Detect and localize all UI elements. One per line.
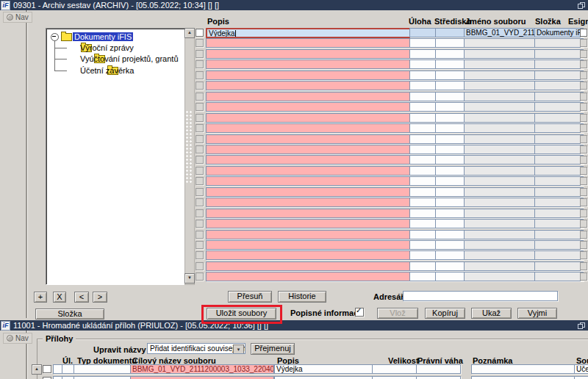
grid-cell-popis[interactable] bbox=[206, 272, 411, 281]
grid-cell-slozka[interactable] bbox=[534, 176, 584, 186]
row-checkbox[interactable] bbox=[196, 188, 204, 196]
grid-cell-stredisko[interactable] bbox=[435, 176, 465, 186]
grid-cell-stredisko[interactable] bbox=[435, 123, 465, 133]
grid-cell-uloha[interactable] bbox=[409, 230, 437, 239]
esign-checkbox[interactable] bbox=[580, 188, 587, 196]
esign-checkbox[interactable] bbox=[580, 156, 587, 164]
esign-checkbox[interactable] bbox=[580, 39, 587, 47]
esign-checkbox[interactable] bbox=[580, 241, 587, 249]
row-checkbox[interactable] bbox=[196, 198, 204, 206]
grid-cell-slozka[interactable] bbox=[534, 38, 584, 48]
grid-cell-popis[interactable] bbox=[206, 261, 411, 271]
grid-cell-jmeno-souboru[interactable] bbox=[464, 113, 535, 123]
grid-cell-stredisko[interactable] bbox=[435, 240, 465, 250]
row-checkbox[interactable] bbox=[196, 29, 204, 37]
grid-cell-uloha[interactable] bbox=[409, 123, 437, 133]
grid-cell-stredisko[interactable] bbox=[435, 113, 465, 123]
window2-restore-icon[interactable] bbox=[578, 322, 584, 328]
grid-cell-velikost[interactable] bbox=[372, 376, 418, 379]
row-checkbox[interactable] bbox=[196, 60, 204, 68]
esign-checkbox[interactable] bbox=[580, 220, 587, 228]
tree-node-ucetni-zaverka[interactable]: Účetní závěrka bbox=[80, 66, 134, 75]
grid-cell-popis[interactable]: Výdejka bbox=[206, 28, 411, 38]
grid-cell-uloha[interactable] bbox=[409, 250, 437, 260]
row-checkbox[interactable] bbox=[196, 177, 204, 185]
row-checkbox[interactable] bbox=[196, 114, 204, 122]
grid1-scroll-thumb[interactable] bbox=[185, 110, 193, 184]
grid-cell-jmeno-souboru[interactable] bbox=[464, 38, 535, 48]
grid-cell-jmeno-souboru[interactable] bbox=[464, 176, 535, 186]
row-checkbox[interactable] bbox=[196, 209, 204, 217]
grid-cell-slozka[interactable] bbox=[534, 240, 584, 250]
grid-cell-popis[interactable] bbox=[206, 102, 411, 112]
ukaz-button[interactable]: Ukaž bbox=[471, 308, 512, 319]
row-checkbox[interactable] bbox=[196, 251, 204, 259]
tree-node-vyuctovani-projektu[interactable]: Vyúčtování projektů, grantů bbox=[80, 54, 179, 63]
grid-cell-slozka[interactable] bbox=[534, 81, 584, 90]
esign-checkbox[interactable] bbox=[580, 231, 587, 239]
grid-cell-jmeno-souboru[interactable] bbox=[464, 123, 535, 133]
grid-cell-popis[interactable] bbox=[206, 38, 411, 48]
grid-cell-jmeno-souboru[interactable] bbox=[464, 187, 535, 197]
grid-cell-cilovy-nazev[interactable] bbox=[130, 376, 274, 379]
grid-cell-popis[interactable] bbox=[206, 145, 411, 154]
grid-cell-slozka[interactable] bbox=[534, 113, 584, 123]
row-checkbox[interactable] bbox=[196, 50, 204, 58]
row-checkbox[interactable] bbox=[196, 124, 204, 132]
row-checkbox[interactable] bbox=[196, 103, 204, 111]
grid-cell-popis[interactable] bbox=[206, 123, 411, 133]
grid-cell-jmeno-souboru[interactable] bbox=[464, 59, 535, 69]
esign-checkbox[interactable] bbox=[580, 114, 587, 122]
grid-cell-popis[interactable] bbox=[206, 113, 411, 123]
grid-cell-stredisko[interactable] bbox=[435, 272, 465, 281]
grid-cell-slozka[interactable] bbox=[534, 123, 584, 133]
grid-cell-jmeno-souboru[interactable] bbox=[464, 261, 535, 271]
grid-cell-slozka[interactable]: Dokumenty iFIS/Účetní závěrk bbox=[534, 28, 584, 37]
grid-cell-jmeno-souboru[interactable] bbox=[464, 145, 535, 154]
upravit-nazvy-dropdown[interactable]: Přidat identifikaci souvisejícího dok...… bbox=[147, 343, 245, 354]
grid-cell-jmeno-souboru[interactable] bbox=[464, 81, 535, 90]
esign-checkbox[interactable] bbox=[580, 145, 587, 154]
row-checkbox[interactable] bbox=[196, 231, 204, 239]
grid-cell-cilovy-nazev[interactable]: BBMG_01_VYD_2111200003_1033_220406_16031… bbox=[130, 364, 274, 374]
tree-collapse-icon[interactable] bbox=[51, 33, 59, 41]
grid-cell-popis[interactable] bbox=[206, 155, 411, 165]
tree-node-vyrocni-zpravy[interactable]: Výroční zprávy bbox=[80, 43, 134, 52]
grid-cell-slozka[interactable] bbox=[534, 230, 584, 239]
chevron-down-icon[interactable]: ▼ bbox=[233, 344, 244, 354]
grid-cell-slozka[interactable] bbox=[534, 134, 584, 144]
grid-cell-popis[interactable] bbox=[274, 376, 373, 379]
grid-cell-popis[interactable] bbox=[206, 134, 411, 144]
grid-cell-popis[interactable] bbox=[206, 59, 411, 69]
grid-cell-typ-dokumentu[interactable] bbox=[74, 364, 132, 374]
grid-cell-stredisko[interactable] bbox=[435, 187, 465, 197]
add-button[interactable]: + bbox=[34, 292, 47, 303]
esign-checkbox[interactable] bbox=[580, 209, 587, 217]
adresar-input[interactable] bbox=[403, 291, 558, 301]
grid-cell-poznamka[interactable] bbox=[471, 364, 576, 374]
esign-checkbox[interactable] bbox=[580, 29, 587, 37]
row-checkbox[interactable] bbox=[196, 272, 204, 281]
row-checkbox[interactable] bbox=[196, 71, 204, 79]
grid-cell-uloha[interactable] bbox=[409, 113, 437, 123]
grid-cell-slozka[interactable] bbox=[534, 187, 584, 197]
tree-node-root[interactable]: Dokumenty iFIS bbox=[73, 32, 133, 41]
esign-checkbox[interactable] bbox=[580, 93, 587, 101]
grid-cell-jmeno-souboru[interactable] bbox=[464, 240, 535, 250]
grid-cell-uloha[interactable] bbox=[409, 272, 437, 281]
window2-nav-tab[interactable]: Nav bbox=[3, 333, 32, 344]
grid-cell-uloha[interactable] bbox=[409, 102, 437, 112]
grid-cell-slozka[interactable] bbox=[534, 92, 584, 101]
grid-cell-jmeno-souboru[interactable] bbox=[464, 49, 535, 59]
grid-cell-popis[interactable] bbox=[206, 230, 411, 239]
esign-checkbox[interactable] bbox=[580, 272, 587, 281]
grid-cell-slozka[interactable] bbox=[534, 166, 584, 176]
grid-cell-uloha[interactable] bbox=[409, 261, 437, 271]
grid-cell-jmeno-souboru[interactable] bbox=[464, 166, 535, 176]
historie-button[interactable]: Historie bbox=[278, 291, 326, 303]
kopiruj-button[interactable]: Kopíruj bbox=[425, 308, 465, 319]
esign-checkbox[interactable] bbox=[580, 60, 587, 68]
grid-cell-stredisko[interactable] bbox=[435, 102, 465, 112]
grid-cell-stredisko[interactable] bbox=[435, 134, 465, 144]
esign-checkbox[interactable] bbox=[580, 167, 587, 175]
